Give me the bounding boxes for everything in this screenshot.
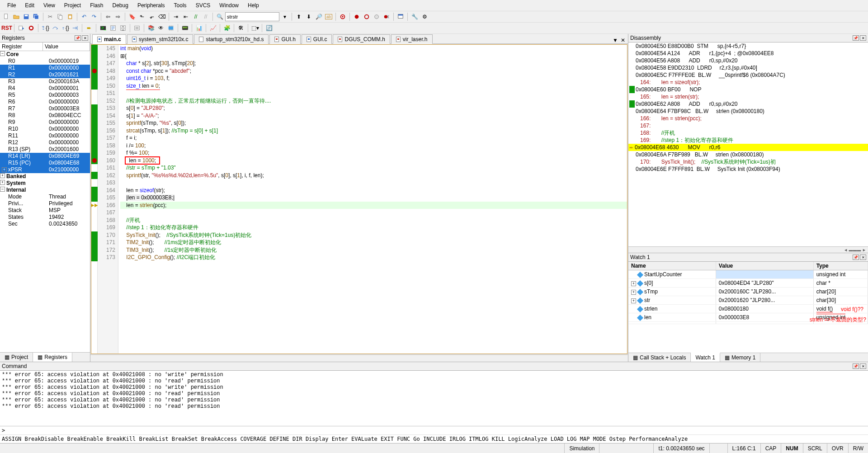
stop-button[interactable] [27,24,36,33]
find-button[interactable]: 🔍 [215,12,224,21]
nav-fwd-button[interactable]: ⇨ [113,12,123,21]
panel-close-icon[interactable]: ✕ [860,363,866,369]
reg-r11[interactable]: R110x00000000 [0,132,90,139]
watch-row[interactable]: StartUpCounterunsigned int [628,270,868,279]
tab-dropdown-icon[interactable]: ▼ [613,37,618,43]
disasm-line[interactable]: 169: //step 1：初始化寄存器和硬件 [628,137,868,144]
panel-pin-icon[interactable]: 📌 [853,35,859,41]
breakpoint-kill-button[interactable] [382,12,391,21]
reg-r3[interactable]: R30x2000163A [0,78,90,85]
editor-tab[interactable]: GUI.c [302,34,332,44]
system-viewer-button[interactable]: 🧩 [222,24,231,33]
find-dropdown[interactable]: ▾ [280,12,289,21]
debug-session-button[interactable] [338,12,347,21]
reg-r5[interactable]: R50x00000003 [0,92,90,99]
menu-svcs[interactable]: SVCS [191,1,215,10]
editor-tab[interactable]: GUI.h [269,34,300,44]
callstack-window-button[interactable]: 📚 [146,24,156,33]
reg-mode[interactable]: ModeThread [0,193,90,200]
disasm-line[interactable]: 0x08004E62 A808 ADD r0,sp,#0x20 [628,100,868,108]
reg-r1[interactable]: R10x00000000 [0,65,90,71]
menu-file[interactable]: File [3,1,20,10]
watch-row[interactable]: +sTmp0x2000160C "JLP280...char[20] [628,288,868,296]
trace-window-button[interactable]: 📈 [208,24,217,33]
save-button[interactable] [22,12,31,21]
breakpoint-disable-button[interactable] [372,12,381,21]
save-all-button[interactable] [32,12,41,21]
breakpoint-enable-button[interactable] [362,12,371,21]
reg-group-banked[interactable]: +Banked [0,173,90,180]
comment-button[interactable]: // [191,12,200,21]
find-combo[interactable] [225,12,279,21]
reg-r13sp[interactable]: R13 (SP)0x20001600 [0,146,90,153]
bookmark-button[interactable]: 🔖 [127,12,137,21]
reg-r14lr[interactable]: R14 (LR)0x08004E69 [0,153,90,160]
watch-tab[interactable]: ▦Memory 1 [720,353,760,362]
editor-tab[interactable]: system_stm32f10x.c [127,34,193,44]
watch-header[interactable]: Name [628,262,716,270]
reg-stack[interactable]: StackMSP [0,207,90,214]
find-in-files-button[interactable]: 🔎 [314,12,323,21]
reg-r8[interactable]: R80x08004ECC [0,112,90,119]
disasm-line[interactable]: 0x08004E60 BF00 NOP [628,86,868,93]
watch-tab[interactable]: ▦Call Stack + Locals [628,353,691,362]
menu-project[interactable]: Project [60,1,85,10]
command-input[interactable]: > [0,426,868,434]
menu-view[interactable]: View [39,1,60,10]
watch-tab[interactable]: Watch 1 [691,353,720,362]
watch-header[interactable]: Type [813,262,868,270]
find-next-button[interactable]: ⬇ [304,12,313,21]
configure-button[interactable]: 🔧 [410,12,419,21]
reg-r15pc[interactable]: R15 (PC)0x08004E68 [0,160,90,166]
menu-window[interactable]: Window [215,1,243,10]
watch-row[interactable]: +s[0]0x08004ED4 "JLP280"char * [628,279,868,288]
disasm-line[interactable]: 0x08004E64 F7BF98C BL.W strlen (0x080001… [628,108,868,115]
reset-button[interactable]: RST [2,24,12,33]
reg-group-system[interactable]: +System [0,180,90,187]
run-to-cursor-button[interactable] [71,24,80,33]
disassembly-body[interactable]: 0x08004E50 E88D00B0 STM sp,{r4-r5,r7}0x0… [628,42,868,246]
reg-r4[interactable]: R40x00000001 [0,85,90,92]
new-file-button[interactable] [2,12,11,21]
editor-tab[interactable]: main.c [92,34,126,44]
bookmark-clear-button[interactable]: ⌫ [157,12,166,21]
menu-edit[interactable]: Edit [20,1,39,10]
disasm-line[interactable]: 0x08004E54 A124 ADR r1,{pc}+4 ; @0x08004… [628,50,868,57]
window-button[interactable] [396,12,405,21]
panel-pin-icon[interactable]: 📌 [853,363,859,369]
reg-r7[interactable]: R70x000003E8 [0,105,90,112]
show-next-stmt-button[interactable]: ➨ [85,24,94,33]
update-windows-button[interactable]: 🔄 [264,24,274,33]
watch-table[interactable]: NameValueType StartUpCounterunsigned int… [628,262,868,324]
indent-button[interactable]: ⇥ [171,12,180,21]
disasm-line[interactable]: 0x08004E6E F7FFF891 BL.W SysTick Init (0… [628,165,868,173]
reg-r12[interactable]: R120x00000000 [0,139,90,146]
serial-window-button[interactable]: 📟 [180,24,189,33]
reg-states[interactable]: States19492 [0,214,90,221]
breakpoint-insert-button[interactable] [352,12,361,21]
editor-tab[interactable]: DGUS_COMM.h [333,34,390,44]
editor-tab[interactable]: vir_laser.h [391,34,433,44]
disasm-line[interactable]: 0x08004E58 E9DD2310 LDRD r2,r3,[sp,#0x40… [628,64,868,71]
disasm-line[interactable]: 0x08004E56 A808 ADD r0,sp,#0x20 [628,57,868,64]
disasm-line[interactable]: 168: //开机 [628,129,868,137]
analysis-window-button[interactable]: 📊 [194,24,203,33]
disasm-line[interactable]: 167: [628,122,868,129]
paste-button[interactable] [66,12,75,21]
editor-hscrollbar[interactable] [90,354,628,362]
watch-window-button[interactable]: 👁 [156,24,165,33]
symbols-window-button[interactable]: {} [118,24,127,33]
menu-tools[interactable]: Tools [170,1,191,10]
nav-back-button[interactable]: ⇦ [104,12,113,21]
code-editor[interactable]: ▶▶ 1451461471481491501511521531541551561… [91,44,627,354]
reg-privi[interactable]: Privi...Privileged [0,200,90,207]
panel-pin-icon[interactable]: 📌 [75,35,81,41]
disasm-line[interactable]: 0x08004E6A F7BF989 BL.W strlen (0x080001… [628,151,868,158]
step-into-button[interactable]: {} [41,24,50,33]
outdent-button[interactable]: ⇤ [181,12,190,21]
disasm-line[interactable]: 165: len = strlen(str); [628,93,868,100]
step-over-button[interactable] [51,24,60,33]
undo-button[interactable]: ↶ [80,12,89,21]
command-output[interactable]: *** error 65: access violation at 0x4002… [0,371,868,426]
menu-help[interactable]: Help [243,1,264,10]
